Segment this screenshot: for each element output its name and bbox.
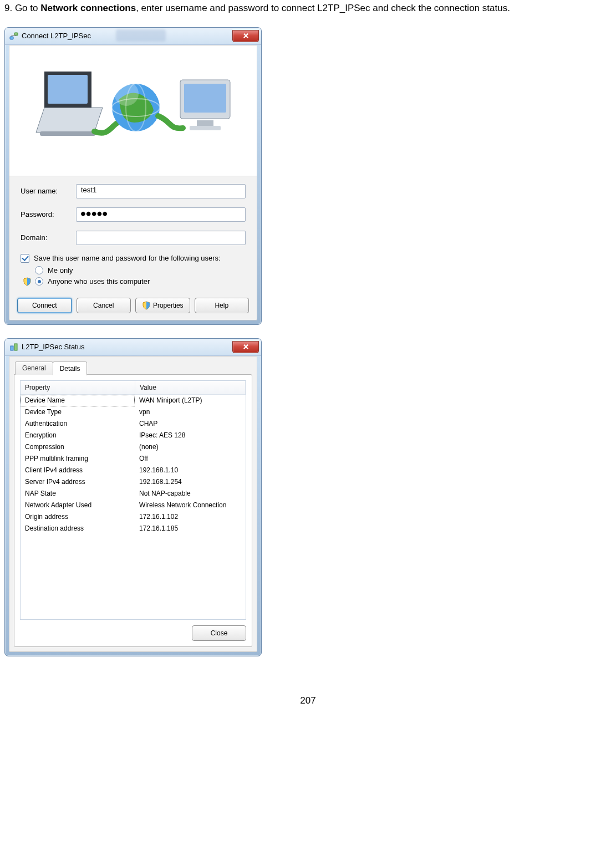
connection-illustration <box>9 45 257 176</box>
save-credentials-label: Save this user name and password for the… <box>34 254 221 262</box>
close-button[interactable] <box>232 341 259 353</box>
close-icon <box>243 33 249 39</box>
value-cell: 172.16.1.185 <box>135 523 246 534</box>
svg-rect-11 <box>190 126 221 130</box>
col-property[interactable]: Property <box>21 381 135 394</box>
uac-shield-icon <box>142 301 151 310</box>
svg-rect-0 <box>10 37 13 39</box>
property-cell: Destination address <box>21 523 135 534</box>
property-cell: Origin address <box>21 511 135 523</box>
value-cell: vpn <box>135 406 246 418</box>
property-cell: Authentication <box>21 418 135 430</box>
property-cell: Network Adapter Used <box>21 500 135 511</box>
col-value[interactable]: Value <box>135 381 246 394</box>
tab-details-label: Details <box>60 365 80 373</box>
domain-label: Domain: <box>21 233 76 242</box>
table-row[interactable]: Client IPv4 address192.168.1.10 <box>21 465 246 476</box>
connect-button[interactable]: Connect <box>17 298 72 313</box>
title-blur <box>116 29 166 42</box>
radio-anyone[interactable] <box>35 277 43 286</box>
connect-titlebar[interactable]: Connect L2TP_IPSec <box>5 28 261 45</box>
svg-rect-12 <box>11 346 13 350</box>
property-cell: Client IPv4 address <box>21 465 135 476</box>
table-row[interactable]: PPP multilink framingOff <box>21 453 246 465</box>
tabs: General Details <box>15 361 252 375</box>
connect-button-label: Connect <box>32 302 57 309</box>
table-row[interactable]: EncryptionIPsec: AES 128 <box>21 430 246 441</box>
instruction-suffix: , enter username and password to connect… <box>136 3 510 13</box>
radio-anyone-label: Anyone who uses this computer <box>48 277 150 286</box>
tab-details[interactable]: Details <box>53 361 88 375</box>
table-row[interactable]: Compression(none) <box>21 441 246 453</box>
properties-header: Property Value <box>21 381 246 395</box>
svg-rect-10 <box>197 120 213 126</box>
value-cell: 192.168.1.254 <box>135 476 246 488</box>
network-icon <box>9 32 18 40</box>
close-status-label: Close <box>211 629 228 637</box>
property-cell: Device Type <box>21 406 135 418</box>
value-cell: Wireless Network Connection <box>135 500 246 511</box>
table-row[interactable]: Destination address172.16.1.185 <box>21 523 246 534</box>
properties-button[interactable]: Properties <box>135 298 190 313</box>
username-label: User name: <box>21 187 76 195</box>
table-row[interactable]: Network Adapter UsedWireless Network Con… <box>21 500 246 511</box>
value-cell: 172.16.1.102 <box>135 511 246 523</box>
help-button-label: Help <box>215 302 228 309</box>
status-titlebar[interactable]: L2TP_IPSec Status <box>5 339 261 356</box>
table-row[interactable]: Device NameWAN Miniport (L2TP) <box>21 395 246 406</box>
cancel-button[interactable]: Cancel <box>77 298 131 313</box>
svg-rect-3 <box>40 131 95 136</box>
property-cell: Compression <box>21 441 135 453</box>
uac-shield-icon <box>23 277 32 286</box>
domain-input[interactable] <box>76 231 246 245</box>
table-row[interactable]: Device Typevpn <box>21 406 246 418</box>
table-row[interactable]: Origin address172.16.1.102 <box>21 511 246 523</box>
help-button[interactable]: Help <box>195 298 250 313</box>
table-row[interactable]: NAP StateNot NAP-capable <box>21 488 246 500</box>
svg-rect-9 <box>184 84 226 113</box>
instruction-prefix: 9. Go to <box>4 3 40 13</box>
save-credentials-checkbox[interactable] <box>21 254 29 263</box>
table-row[interactable]: AuthenticationCHAP <box>21 418 246 430</box>
value-cell: 192.168.1.10 <box>135 465 246 476</box>
property-cell: Encryption <box>21 430 135 441</box>
close-status-button[interactable]: Close <box>192 625 246 641</box>
password-input[interactable]: ●●●●● <box>76 207 246 222</box>
connect-dialog: Connect L2TP_IPSec <box>4 27 262 325</box>
cancel-button-label: Cancel <box>93 302 114 309</box>
radio-me-only-label: Me only <box>48 266 73 274</box>
value-cell: IPsec: AES 128 <box>135 430 246 441</box>
instruction-bold: Network connections <box>40 3 136 13</box>
connect-title: Connect L2TP_IPSec <box>22 32 91 40</box>
property-cell: PPP multilink framing <box>21 453 135 465</box>
value-cell: (none) <box>135 441 246 453</box>
svg-point-7 <box>114 81 139 106</box>
svg-rect-13 <box>14 344 17 350</box>
property-cell: Server IPv4 address <box>21 476 135 488</box>
value-cell: Off <box>135 453 246 465</box>
property-cell: NAP State <box>21 488 135 500</box>
password-label: Password: <box>21 210 76 218</box>
svg-rect-2 <box>48 75 88 104</box>
value-cell: WAN Miniport (L2TP) <box>135 395 246 406</box>
status-title: L2TP_IPSec Status <box>22 343 84 351</box>
status-dialog: L2TP_IPSec Status General Details Proper… <box>4 338 262 656</box>
value-cell: CHAP <box>135 418 246 430</box>
username-input[interactable]: test1 <box>76 184 246 198</box>
property-cell: Device Name <box>21 395 135 406</box>
properties-button-label: Properties <box>153 302 184 309</box>
tab-general-label: General <box>22 364 46 372</box>
radio-me-only[interactable] <box>35 266 43 274</box>
page-number: 207 <box>4 695 612 706</box>
status-icon <box>9 343 18 351</box>
close-icon <box>243 344 249 350</box>
table-row[interactable]: Server IPv4 address192.168.1.254 <box>21 476 246 488</box>
close-button[interactable] <box>232 30 259 42</box>
value-cell: Not NAP-capable <box>135 488 246 500</box>
tab-general[interactable]: General <box>15 361 53 375</box>
instruction-text: 9. Go to Network connections, enter user… <box>4 2 612 15</box>
properties-list: Property Value Device NameWAN Miniport (… <box>20 380 246 620</box>
